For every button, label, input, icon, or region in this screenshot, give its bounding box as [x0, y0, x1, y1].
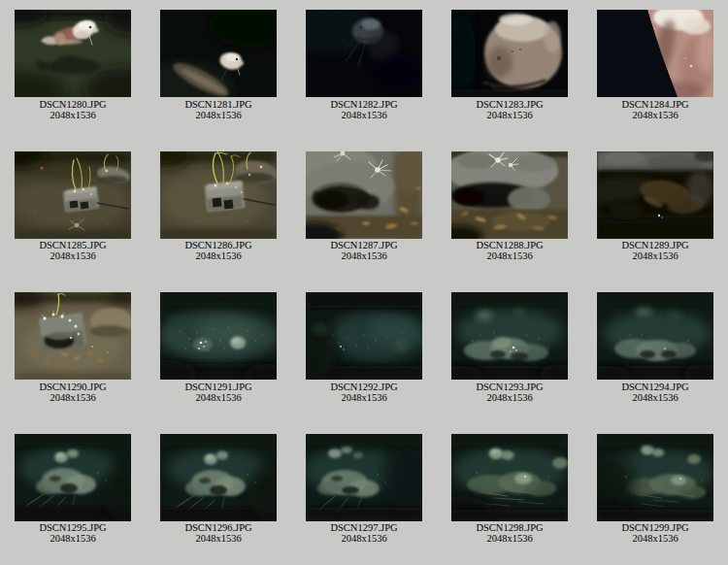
photo-thumbnail-cell: DSCN1299.JPG 2048x1536 — [582, 424, 728, 565]
thumbnail-image[interactable] — [451, 10, 568, 97]
thumbnail-grid: DSCN1280.JPG 2048x1536 DSCN1281.JPG 2048… — [0, 0, 728, 565]
thumbnail-filename: DSCN1292.JPG — [291, 382, 437, 392]
thumbnail-caption: DSCN1294.JPG 2048x1536 — [582, 382, 728, 403]
thumbnail-filename: DSCN1294.JPG — [582, 382, 728, 392]
photo-thumbnail-cell: DSCN1291.JPG 2048x1536 — [146, 282, 291, 424]
thumbnail-dimensions: 2048x1536 — [437, 533, 582, 544]
thumbnail-caption: DSCN1287.JPG 2048x1536 — [291, 240, 437, 261]
thumbnail-dimensions: 2048x1536 — [291, 392, 437, 403]
thumbnail-caption: DSCN1286.JPG 2048x1536 — [146, 240, 291, 261]
photo-thumbnail-cell: DSCN1287.JPG 2048x1536 — [291, 142, 437, 283]
thumbnail-filename: DSCN1291.JPG — [146, 382, 291, 392]
thumbnail-caption: DSCN1291.JPG 2048x1536 — [146, 382, 291, 403]
thumbnail-image[interactable] — [597, 10, 713, 97]
thumbnail-caption: DSCN1299.JPG 2048x1536 — [582, 522, 728, 544]
photo-thumbnail-cell: DSCN1296.JPG 2048x1536 — [146, 424, 291, 565]
thumbnail-caption: DSCN1292.JPG 2048x1536 — [291, 382, 437, 403]
photo-thumbnail-cell: DSCN1284.JPG 2048x1536 — [582, 0, 728, 142]
thumbnail-image[interactable] — [160, 151, 277, 239]
thumbnail-dimensions: 2048x1536 — [0, 533, 146, 544]
thumbnail-filename: DSCN1293.JPG — [437, 382, 582, 392]
photo-thumbnail-cell: DSCN1283.JPG 2048x1536 — [437, 0, 582, 142]
thumbnail-image[interactable] — [306, 10, 422, 97]
thumbnail-caption: DSCN1288.JPG 2048x1536 — [437, 240, 582, 261]
thumbnail-filename: DSCN1280.JPG — [0, 99, 146, 110]
photo-thumbnail-cell: DSCN1297.JPG 2048x1536 — [291, 424, 437, 565]
thumbnail-caption: DSCN1280.JPG 2048x1536 — [0, 99, 146, 120]
thumbnail-caption: DSCN1284.JPG 2048x1536 — [582, 99, 728, 120]
thumbnail-dimensions: 2048x1536 — [291, 250, 437, 261]
thumbnail-image[interactable] — [160, 434, 277, 521]
photo-thumbnail-cell: DSCN1286.JPG 2048x1536 — [146, 142, 291, 283]
thumbnail-dimensions: 2048x1536 — [582, 533, 728, 544]
photo-thumbnail-cell: DSCN1288.JPG 2048x1536 — [437, 142, 582, 283]
thumbnail-filename: DSCN1290.JPG — [0, 382, 146, 392]
thumbnail-filename: DSCN1286.JPG — [146, 240, 291, 250]
thumbnail-dimensions: 2048x1536 — [582, 110, 728, 120]
thumbnail-dimensions: 2048x1536 — [437, 110, 582, 120]
photo-thumbnail-cell: DSCN1281.JPG 2048x1536 — [146, 0, 291, 142]
thumbnail-caption: DSCN1296.JPG 2048x1536 — [146, 522, 291, 544]
photo-thumbnail-cell: DSCN1289.JPG 2048x1536 — [582, 142, 728, 283]
thumbnail-image[interactable] — [597, 434, 713, 521]
thumbnail-caption: DSCN1282.JPG 2048x1536 — [291, 99, 437, 120]
thumbnail-dimensions: 2048x1536 — [437, 250, 582, 261]
thumbnail-filename: DSCN1299.JPG — [582, 522, 728, 533]
thumbnail-image[interactable] — [306, 151, 422, 239]
thumbnail-image[interactable] — [15, 10, 131, 97]
thumbnail-dimensions: 2048x1536 — [146, 533, 291, 544]
thumbnail-dimensions: 2048x1536 — [291, 533, 437, 544]
photo-thumbnail-cell: DSCN1290.JPG 2048x1536 — [0, 282, 146, 424]
photo-thumbnail-cell: DSCN1294.JPG 2048x1536 — [582, 282, 728, 424]
thumbnail-caption: DSCN1290.JPG 2048x1536 — [0, 382, 146, 403]
thumbnail-dimensions: 2048x1536 — [291, 110, 437, 120]
thumbnail-caption: DSCN1285.JPG 2048x1536 — [0, 240, 146, 261]
thumbnail-image[interactable] — [15, 434, 131, 521]
photo-thumbnail-cell: DSCN1282.JPG 2048x1536 — [291, 0, 437, 142]
thumbnail-image[interactable] — [451, 151, 568, 239]
thumbnail-image[interactable] — [597, 292, 713, 380]
thumbnail-filename: DSCN1287.JPG — [291, 240, 437, 250]
thumbnail-filename: DSCN1284.JPG — [582, 99, 728, 110]
thumbnail-filename: DSCN1296.JPG — [146, 522, 291, 533]
photo-thumbnail-cell: DSCN1298.JPG 2048x1536 — [437, 424, 582, 565]
thumbnail-image[interactable] — [15, 292, 131, 380]
thumbnail-dimensions: 2048x1536 — [146, 250, 291, 261]
thumbnail-filename: DSCN1282.JPG — [291, 99, 437, 110]
photo-thumbnail-cell: DSCN1292.JPG 2048x1536 — [291, 282, 437, 424]
thumbnail-filename: DSCN1297.JPG — [291, 522, 437, 533]
thumbnail-caption: DSCN1289.JPG 2048x1536 — [582, 240, 728, 261]
thumbnail-dimensions: 2048x1536 — [146, 392, 291, 403]
thumbnail-image[interactable] — [160, 10, 277, 97]
thumbnail-image[interactable] — [451, 434, 568, 521]
thumbnail-filename: DSCN1298.JPG — [437, 522, 582, 533]
photo-thumbnail-cell: DSCN1293.JPG 2048x1536 — [437, 282, 582, 424]
photo-thumbnail-cell: DSCN1295.JPG 2048x1536 — [0, 424, 146, 565]
thumbnail-filename: DSCN1285.JPG — [0, 240, 146, 250]
thumbnail-image[interactable] — [306, 292, 422, 380]
thumbnail-filename: DSCN1281.JPG — [146, 99, 291, 110]
thumbnail-image[interactable] — [597, 151, 713, 239]
thumbnail-caption: DSCN1283.JPG 2048x1536 — [437, 99, 582, 120]
thumbnail-dimensions: 2048x1536 — [437, 392, 582, 403]
thumbnail-dimensions: 2048x1536 — [146, 110, 291, 120]
thumbnail-dimensions: 2048x1536 — [0, 110, 146, 120]
thumbnail-dimensions: 2048x1536 — [0, 250, 146, 261]
photo-thumbnail-cell: DSCN1280.JPG 2048x1536 — [0, 0, 146, 142]
thumbnail-image[interactable] — [451, 292, 568, 380]
thumbnail-filename: DSCN1295.JPG — [0, 522, 146, 533]
thumbnail-caption: DSCN1293.JPG 2048x1536 — [437, 382, 582, 403]
thumbnail-caption: DSCN1281.JPG 2048x1536 — [146, 99, 291, 120]
thumbnail-dimensions: 2048x1536 — [582, 250, 728, 261]
thumbnail-image[interactable] — [160, 292, 277, 380]
thumbnail-dimensions: 2048x1536 — [582, 392, 728, 403]
thumbnail-filename: DSCN1289.JPG — [582, 240, 728, 250]
photo-thumbnail-cell: DSCN1285.JPG 2048x1536 — [0, 142, 146, 283]
thumbnail-image[interactable] — [15, 151, 131, 239]
thumbnail-caption: DSCN1295.JPG 2048x1536 — [0, 522, 146, 544]
thumbnail-image[interactable] — [306, 434, 422, 521]
thumbnail-dimensions: 2048x1536 — [0, 392, 146, 403]
thumbnail-caption: DSCN1297.JPG 2048x1536 — [291, 522, 437, 544]
thumbnail-filename: DSCN1283.JPG — [437, 99, 582, 110]
thumbnail-filename: DSCN1288.JPG — [437, 240, 582, 250]
